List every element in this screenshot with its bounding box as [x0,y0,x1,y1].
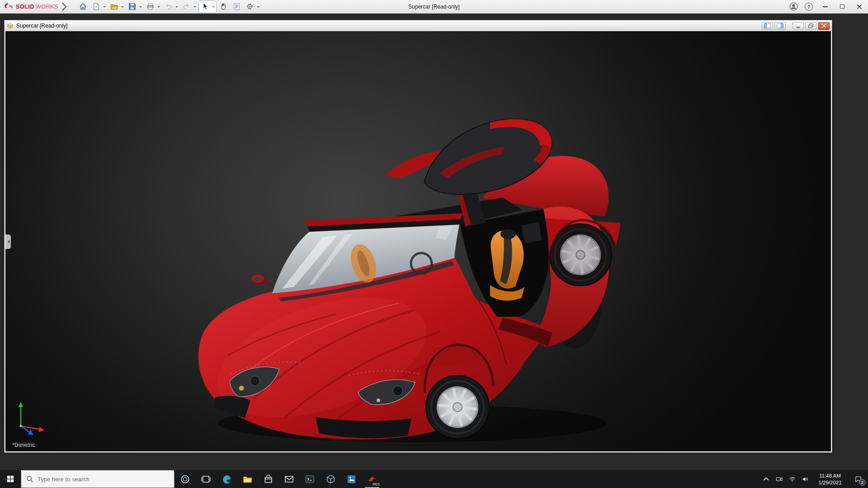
app-title: Supercar [Read-only] [408,4,459,10]
brand-works-text: WORKS [36,3,58,10]
open-dropdown-icon[interactable] [120,1,125,13]
taskbar-file-explorer-button[interactable] [237,470,258,488]
pane-left-icon [764,23,771,28]
photos-icon [346,474,357,484]
redo-icon [182,2,191,11]
close-icon [857,4,862,9]
brand-solid-text: SOLID [16,3,34,10]
options-button[interactable] [244,1,256,13]
account-button[interactable] [786,0,801,14]
save-icon [128,2,137,11]
clock-date: 1/29/2021 [812,479,848,486]
search-icon [26,475,33,483]
orientation-triad [13,398,51,437]
doc-restore-button[interactable] [805,22,816,30]
supercar-3d-model[interactable] [186,104,620,451]
new-document-button[interactable] [90,1,102,13]
help-button[interactable]: ? [801,0,816,14]
solidworks-logo: SOLIDWORKS [0,1,68,13]
user-icon [789,2,798,11]
taskbar-clock[interactable]: 11:48 AM 1/29/2021 [812,472,848,486]
home-button[interactable] [77,1,89,13]
print-dropdown-icon[interactable] [156,1,161,13]
taskbar-3d-viewer-button[interactable] [320,470,341,488]
doc-pane-left-button[interactable] [762,22,773,30]
taskbar-photos-button[interactable] [341,470,362,488]
open-folder-icon [110,2,118,11]
titlebar-controls: ? [786,0,868,13]
terminal-icon [305,474,315,484]
save-button[interactable] [126,1,138,13]
volume-button[interactable] [799,470,812,488]
mdi-client-area: Supercar [Read-only] [0,14,868,470]
task-view-icon [201,474,211,484]
taskbar-task-view-button[interactable] [195,470,216,488]
notification-badge: 2 [859,479,866,486]
undo-button[interactable] [162,1,175,13]
pane-right-icon [777,23,783,28]
redo-button[interactable] [180,1,193,13]
graphics-viewport[interactable]: *Dimetric [5,31,831,451]
system-tray: 11:48 AM 1/29/2021 2 [760,470,868,488]
app-maximize-button[interactable] [834,0,851,14]
select-tool-dropdown-icon[interactable] [211,1,216,13]
taskbar-store-button[interactable] [258,470,278,488]
minimize-icon [823,6,828,7]
speaker-icon [802,475,809,483]
file-explorer-icon [242,474,253,484]
select-tool-button[interactable] [199,1,211,13]
maximize-icon [840,5,844,9]
taskbar-cortana-button[interactable] [175,470,195,488]
options-gear-icon [245,2,254,11]
new-document-icon [92,2,100,11]
select-cursor-icon [201,2,209,11]
help-icon: ? [805,3,813,11]
wifi-icon [788,475,796,483]
start-button[interactable] [0,470,21,488]
windows-logo-icon [6,475,14,483]
tray-expand-button[interactable] [760,470,773,488]
taskbar-mail-button[interactable] [278,470,299,488]
undo-icon [164,2,173,11]
network-button[interactable] [786,470,799,488]
document-titlebar[interactable]: Supercar [Read-only] [5,20,832,31]
new-document-dropdown-icon[interactable] [102,1,107,13]
chevron-up-icon [762,475,770,483]
solidworks-app-window: SOLIDWORKS [0,0,868,488]
save-dropdown-icon[interactable] [138,1,143,13]
doc-minimize-button[interactable] [793,22,804,30]
search-input[interactable] [38,476,155,483]
app-close-button[interactable] [851,0,868,14]
quick-access-toolbar [77,0,261,13]
taskbar-edge-button[interactable] [216,470,237,488]
document-title: Supercar [Read-only] [16,23,67,29]
taskbar-solidworks-button[interactable]: 2021 [362,470,382,488]
document-window: Supercar [Read-only] [4,20,832,453]
mouse-gestures-button[interactable] [217,1,230,13]
mouse-gestures-icon [219,2,228,11]
chevron-left-icon [6,240,9,244]
options-dropdown-icon[interactable] [256,1,261,13]
doc-close-button[interactable] [818,22,830,30]
redo-dropdown-icon[interactable] [193,1,198,13]
app-minimize-button[interactable] [816,0,834,14]
taskbar-terminal-button[interactable] [299,470,320,488]
3d-viewer-icon [326,474,336,484]
undo-dropdown-icon[interactable] [175,1,179,13]
meet-now-button[interactable] [773,470,786,488]
taskbar-search[interactable] [21,470,175,488]
store-icon [263,474,274,484]
home-icon [79,2,87,11]
open-button[interactable] [108,1,120,13]
doc-pane-right-button[interactable] [774,22,786,30]
file-properties-button[interactable] [231,1,243,13]
feature-tree-collapse-tab[interactable] [5,235,11,249]
doc-restore-icon [807,23,814,28]
action-center-button[interactable]: 2 [848,470,868,488]
print-button[interactable] [144,1,156,13]
expand-menu-chevron-icon[interactable] [61,1,68,13]
mail-icon [284,474,294,484]
edge-icon [222,474,232,484]
app-titlebar: SOLIDWORKS [0,0,868,14]
assembly-document-icon [7,23,14,29]
